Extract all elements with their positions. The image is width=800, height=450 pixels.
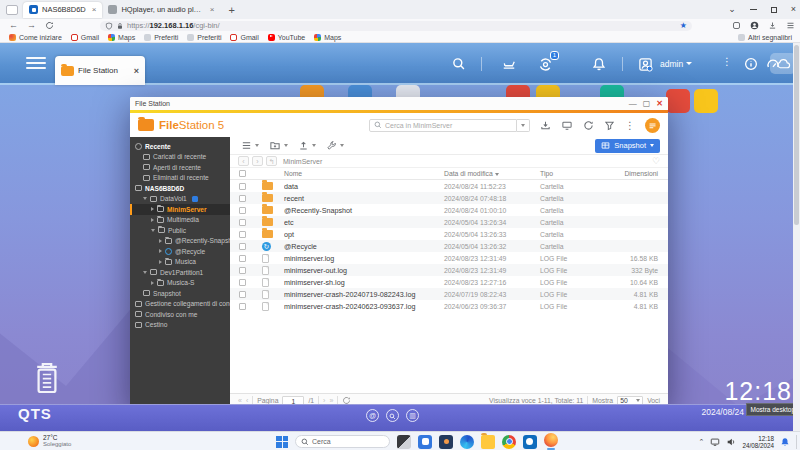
- bookmark-item[interactable]: Maps: [108, 34, 135, 41]
- more-menu-icon[interactable]: ⋮: [625, 120, 635, 131]
- file-row[interactable]: data2024/08/24 11:52:23Cartella: [230, 180, 668, 192]
- file-row[interactable]: minimserver-out.log2024/08/23 12:31:49LO…: [230, 264, 668, 276]
- last-page-icon[interactable]: »: [329, 397, 333, 404]
- next-page-icon[interactable]: ›: [323, 397, 325, 404]
- sidebar-item-gestione-collegamenti-di-condivisione[interactable]: Gestione collegamenti di condivisione: [130, 299, 230, 310]
- extensions-icon[interactable]: [732, 21, 741, 30]
- expand-right-icon[interactable]: [159, 260, 162, 264]
- global-search-icon[interactable]: [450, 55, 468, 73]
- file-explorer-icon[interactable]: [481, 435, 495, 449]
- sidebar-item-dev1partition1[interactable]: Dev1Partition1: [130, 267, 230, 278]
- file-row[interactable]: recent2024/08/24 07:48:18Cartella: [230, 192, 668, 204]
- expand-down-icon[interactable]: [151, 229, 155, 232]
- recycle-bin-desktop-icon[interactable]: [30, 357, 64, 399]
- menu-icon[interactable]: [786, 21, 795, 30]
- background-task-icon[interactable]: [540, 120, 551, 131]
- bookmark-item[interactable]: Gmail: [230, 34, 258, 41]
- nav-back-button[interactable]: ‹: [238, 156, 249, 166]
- firefox-view-icon[interactable]: [6, 5, 18, 15]
- profile-icon[interactable]: [750, 21, 759, 30]
- chat-icon[interactable]: [418, 435, 432, 449]
- user-avatar-icon[interactable]: [636, 55, 654, 73]
- expand-right-icon[interactable]: [159, 249, 162, 253]
- row-checkbox[interactable]: [239, 231, 246, 238]
- nav-forward-button[interactable]: ›: [252, 156, 263, 166]
- chrome-icon[interactable]: [502, 435, 516, 449]
- column-size[interactable]: Dimensioni: [598, 170, 658, 177]
- reload-button[interactable]: [45, 21, 54, 30]
- tab-close-icon[interactable]: ×: [210, 5, 215, 14]
- upload-button[interactable]: [295, 138, 319, 153]
- file-row[interactable]: @Recently-Snapshot2024/08/24 01:00:10Car…: [230, 204, 668, 216]
- desktop-app-icon[interactable]: [666, 89, 690, 113]
- tray-clock[interactable]: 12:18 24/08/2024: [742, 435, 774, 449]
- sidebar-item-recente[interactable]: Recente: [130, 141, 230, 152]
- remote-display-icon[interactable]: [561, 120, 573, 131]
- sidebar-item-multimedia[interactable]: Multimedia: [130, 215, 230, 226]
- expand-down-icon[interactable]: [143, 271, 147, 274]
- favorite-heart-icon[interactable]: ♡: [652, 156, 660, 166]
- row-checkbox[interactable]: [239, 195, 246, 202]
- go-up-button[interactable]: ↰: [266, 156, 277, 166]
- column-type[interactable]: Tipo: [540, 170, 598, 177]
- sidebar-item-eliminati-di-recente[interactable]: Eliminati di recente: [130, 173, 230, 184]
- bookmark-star-icon[interactable]: ★: [680, 21, 687, 30]
- sidebar-item-public[interactable]: Public: [130, 225, 230, 236]
- edge-icon[interactable]: [460, 435, 474, 449]
- info-icon[interactable]: [742, 55, 760, 73]
- store-icon[interactable]: [439, 435, 453, 449]
- sidebar-item--recently-snapshot[interactable]: @Recently-Snapshot: [130, 236, 230, 247]
- tray-notification-bell-icon[interactable]: [780, 437, 790, 447]
- sidebar-item--recycle[interactable]: @Recycle: [130, 246, 230, 257]
- expand-down-icon[interactable]: [143, 197, 147, 200]
- firefox-icon[interactable]: [544, 433, 558, 447]
- sidebar-item-nas6b8d6d[interactable]: NAS6B8D6D: [130, 183, 230, 194]
- desktop-app-icon[interactable]: [694, 89, 718, 113]
- window-maximize-button[interactable]: [771, 7, 777, 13]
- expand-right-icon[interactable]: [159, 239, 162, 243]
- qts-app-tab-file-station[interactable]: File Station ×: [55, 56, 145, 85]
- column-modified[interactable]: Data di modifica: [444, 170, 540, 177]
- window-close-button[interactable]: ×: [791, 5, 796, 14]
- sidebar-item-datavol1[interactable]: DataVol1: [130, 194, 230, 205]
- sidebar-item-cestino[interactable]: Cestino: [130, 320, 230, 331]
- bookmark-item[interactable]: Preferiti: [187, 34, 221, 41]
- outlook-icon[interactable]: [523, 435, 537, 449]
- expand-right-icon[interactable]: [151, 281, 154, 285]
- search-options-dropdown[interactable]: [517, 119, 530, 132]
- file-row[interactable]: minimserver.log2024/08/23 12:31:49LOG Fi…: [230, 252, 668, 264]
- row-checkbox[interactable]: [239, 219, 246, 226]
- tab-list-chevron-icon[interactable]: ⌄: [728, 5, 736, 14]
- more-actions-button[interactable]: [323, 138, 347, 153]
- new-tab-button[interactable]: +: [228, 4, 234, 16]
- qsync-status-icon[interactable]: [645, 118, 660, 133]
- url-bar[interactable]: https://192.168.1.16/cgi-bin/ ★: [100, 21, 692, 31]
- sidebar-item-minimserver[interactable]: MinimServer: [130, 204, 230, 215]
- sidebar-item-musica-s[interactable]: Musica-S: [130, 278, 230, 289]
- notifications-bell-icon[interactable]: [590, 55, 608, 73]
- first-page-icon[interactable]: «: [238, 397, 242, 404]
- file-row[interactable]: etc2024/05/04 13:26:34Cartella: [230, 216, 668, 228]
- bookmark-item[interactable]: Gmail: [71, 34, 99, 41]
- bookmark-item[interactable]: Preferiti: [144, 34, 178, 41]
- row-checkbox[interactable]: [239, 243, 246, 250]
- row-checkbox[interactable]: [239, 267, 246, 274]
- filter-funnel-icon[interactable]: [604, 120, 615, 131]
- prev-page-icon[interactable]: ‹: [246, 397, 248, 404]
- user-menu[interactable]: admin: [660, 59, 692, 69]
- tray-volume-icon[interactable]: [726, 437, 736, 447]
- sync-status-icon[interactable]: 1: [536, 55, 554, 73]
- file-row[interactable]: opt2024/05/04 13:26:33Cartella: [230, 228, 668, 240]
- maximize-button[interactable]: ▢: [643, 100, 651, 108]
- sidebar-item-musica[interactable]: Musica: [130, 257, 230, 268]
- window-title-bar[interactable]: File Station — ▢ ✕: [130, 97, 668, 110]
- create-folder-button[interactable]: [266, 138, 291, 153]
- start-button[interactable]: [276, 436, 288, 448]
- file-row[interactable]: minimserver-crash-20240623-093637.log202…: [230, 300, 668, 312]
- tab-close-icon[interactable]: ×: [92, 5, 97, 14]
- bookmark-item[interactable]: Maps: [314, 34, 341, 41]
- sidebar-item-snapshot[interactable]: Snapshot: [130, 288, 230, 299]
- tray-display-icon[interactable]: [710, 437, 720, 447]
- close-button[interactable]: ✕: [656, 100, 663, 108]
- row-checkbox[interactable]: [239, 255, 246, 262]
